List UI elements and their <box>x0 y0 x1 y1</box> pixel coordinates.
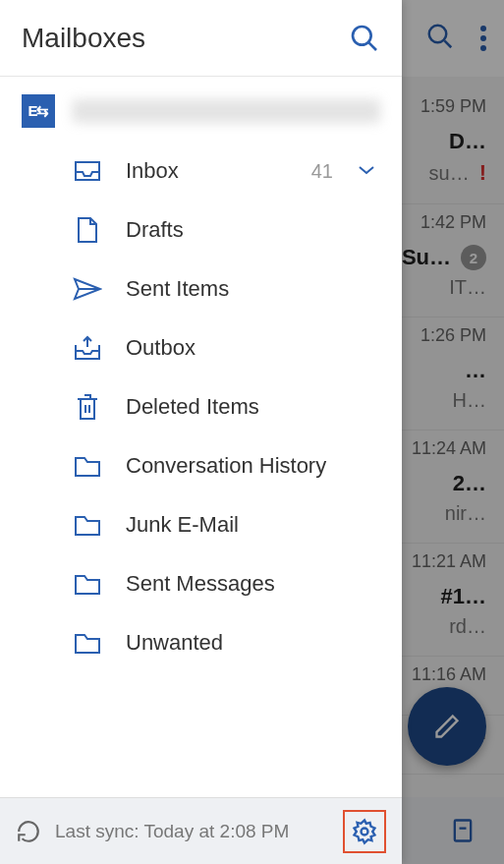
folder-icon <box>73 572 102 596</box>
svg-point-6 <box>362 828 368 835</box>
drawer-header: Mailboxes <box>0 0 402 77</box>
outbox-icon <box>73 335 102 361</box>
folder-outbox[interactable]: Outbox <box>0 318 402 377</box>
drawer-footer: Last sync: Today at 2:08 PM <box>0 797 402 864</box>
search-icon <box>349 23 380 54</box>
folder-label: Unwanted <box>126 630 380 656</box>
folder-label: Deleted Items <box>126 394 380 420</box>
folder-junk-email[interactable]: Junk E-Mail <box>0 495 402 554</box>
trash-icon <box>73 393 102 421</box>
folder-unwanted[interactable]: Unwanted <box>0 613 402 672</box>
folder-conversation-history[interactable]: Conversation History <box>0 436 402 495</box>
folder-sent-messages[interactable]: Sent Messages <box>0 554 402 613</box>
account-row[interactable]: E⇆ <box>0 77 402 136</box>
folder-label: Drafts <box>126 217 380 243</box>
folder-label: Junk E-Mail <box>126 512 380 538</box>
folder-label: Sent Messages <box>126 571 380 597</box>
search-button[interactable] <box>349 23 380 54</box>
folder-icon <box>73 631 102 655</box>
mailboxes-drawer: Mailboxes E⇆ Inbox 41 Drafts <box>0 0 402 864</box>
send-icon <box>73 277 102 301</box>
folder-label: Outbox <box>126 335 380 361</box>
svg-line-5 <box>369 42 376 49</box>
refresh-icon <box>16 819 41 844</box>
folder-inbox[interactable]: Inbox 41 <box>0 142 402 201</box>
account-email <box>73 99 380 123</box>
exchange-icon: E⇆ <box>22 94 55 128</box>
folder-icon <box>73 454 102 478</box>
folder-drafts[interactable]: Drafts <box>0 201 402 259</box>
folder-deleted-items[interactable]: Deleted Items <box>0 377 402 436</box>
folder-label: Inbox <box>126 158 298 184</box>
inbox-icon <box>73 160 102 182</box>
file-icon <box>73 216 102 244</box>
drawer-title: Mailboxes <box>22 23 145 54</box>
folder-sent-items[interactable]: Sent Items <box>0 259 402 318</box>
sync-status: Last sync: Today at 2:08 PM <box>55 821 329 842</box>
folder-label: Conversation History <box>126 453 380 479</box>
folder-icon <box>73 513 102 537</box>
folder-list: Inbox 41 Drafts Sent Items Outbox <box>0 136 402 797</box>
chevron-down-icon[interactable] <box>357 162 380 180</box>
folder-count: 41 <box>311 160 333 183</box>
refresh-button[interactable] <box>16 819 41 844</box>
folder-label: Sent Items <box>126 276 380 302</box>
gear-icon <box>351 818 378 845</box>
svg-point-4 <box>353 27 371 45</box>
settings-button[interactable] <box>343 810 386 853</box>
